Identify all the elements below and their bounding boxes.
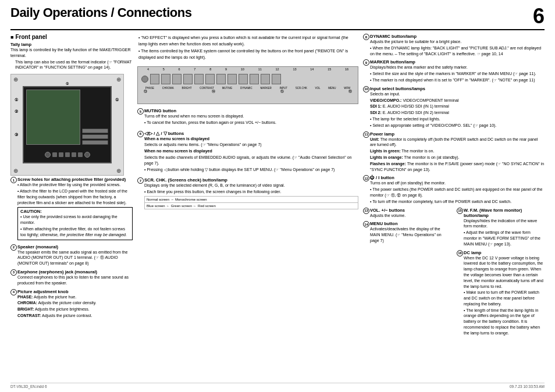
panel-btn-4 <box>183 74 193 84</box>
item-8-bullets: • When the DYNAMIC lamp lights: "BACK LI… <box>370 45 545 57</box>
item-2-number: 2 <box>10 244 17 251</box>
btn-b5 <box>78 152 83 157</box>
item-4-chroma: CHROMA: Adjusts the picture color densit… <box>17 300 133 306</box>
item-4-title: Picture adjustment knob <box>17 289 133 294</box>
item-6-selects-audio: Selects the audio channels of EMBEDDED A… <box>144 155 358 166</box>
item-5: 5 MUTING button Turns off the sound when… <box>137 108 358 126</box>
item-3-number: 3 <box>10 269 17 276</box>
info-note-2: • The items controlled by the MAKE syste… <box>138 48 357 60</box>
item-5-bullet: • To cancel the function, press the butt… <box>144 120 358 126</box>
legend-arrow-2: ← <box>166 204 170 208</box>
item-4: 4 Picture adjustment knob PHASE: Adjusts… <box>10 289 133 319</box>
tally-lamp-header: Tally lamp <box>10 42 133 47</box>
annot-1-right: ① <box>115 98 119 102</box>
crosshair-bl <box>12 167 19 174</box>
top-panel-illustration: 4 5 6 7 8 9 10 11 12 13 14 15 16 <box>137 66 358 104</box>
btn-b1 <box>52 152 57 157</box>
item-9-bullet-2: • The marker is not displayed when it is… <box>370 77 545 83</box>
item-9-title: MARKER button/lamp <box>370 59 545 65</box>
item-13-text: Adjusts the volume. <box>370 213 451 219</box>
item-16-number: 16 <box>457 250 463 256</box>
btn-b2 <box>59 152 63 157</box>
item-10-content: Input select buttons/lamps Selects an in… <box>370 86 545 129</box>
bottom-buttons <box>24 147 111 162</box>
item-11: 11 Power lamp Unit: The monitor is compl… <box>363 131 545 173</box>
item-6-text-when-menu: When a menu screen is displayed <box>144 136 358 142</box>
item-7-title: SCR. CHK. (Screens check) button/lamp <box>144 177 358 183</box>
front-panel-label: Front panel <box>15 34 47 40</box>
item-9-number: 9 <box>363 59 369 66</box>
panel-btn-9 <box>239 74 248 84</box>
item-16-text: When the DC 12 V power voltage is being … <box>464 255 545 290</box>
right-column: 8 DYNAMIC button/lamp Adjusts the pictur… <box>363 34 545 377</box>
page-header: Daily Operations / Connections 6 <box>10 6 545 30</box>
item-6-bullet: • Pressing ◁ button while holding ▽ butt… <box>144 167 358 173</box>
hw-btn-1 <box>82 129 108 133</box>
caution-title: CAUTION: <box>20 209 130 214</box>
item-10-number: 10 <box>363 86 369 92</box>
item-1: 1 Screw holes for attaching protective f… <box>10 177 133 241</box>
item-3-text: Connect earphones to this jack to listen… <box>17 275 133 286</box>
item-12-text: Turns on and off (on standby) the monito… <box>370 180 545 186</box>
crosshair-tr <box>115 76 122 83</box>
hw-btn-2 <box>82 134 108 139</box>
item-9-content: MARKER button/lamp Displays/hides the ar… <box>370 59 545 83</box>
caution-text-2: • When attaching the protective filter, … <box>20 226 130 238</box>
footer-model: DT-V9L3D_EN.indd 6 <box>10 384 47 389</box>
item-6-selects: Selects or adjusts menu items. (☞ "Menu … <box>144 142 358 148</box>
items-13-16-container: 13 VOL. +/− buttons Adjusts the volume. … <box>363 208 545 339</box>
item-12: 12 ⏻ / I button Turns on and off (on sta… <box>363 175 545 205</box>
item-12-bullet-2: • To turn off the monitor completely, tu… <box>370 199 545 205</box>
annot-1-top: ① <box>66 81 69 85</box>
item-12-number: 12 <box>363 175 369 181</box>
item-4-bright: BRIGHT: Adjusts the picture brightness. <box>17 307 133 312</box>
item-9-bullet-1: • Select the size and the style of the m… <box>370 71 545 77</box>
item-11-green: Lights in green: The monitor is on. <box>370 148 545 154</box>
item-7-number: 7 <box>137 177 144 184</box>
panel-number-labels: 4 5 6 7 8 9 10 11 12 13 14 15 16 <box>138 67 358 72</box>
item-16-title: DC lamp <box>464 250 545 255</box>
item-10-text: Selects an input. <box>370 91 545 97</box>
item-4-content: Picture adjustment knob PHASE: Adjusts t… <box>17 289 133 319</box>
legend-green: Green screen <box>171 204 192 208</box>
item-10: 10 Input select buttons/lamps Selects an… <box>363 86 545 129</box>
crosshair-tl <box>12 76 19 83</box>
item-8-content: DYNAMIC button/lamp Adjusts the picture … <box>370 34 545 57</box>
item-8-text: Adjusts the picture to be suitable for a… <box>370 39 545 45</box>
item-10-sdi2: SDI 2: E. AUDIO HD/SD SDI (IN 2) termina… <box>370 110 545 116</box>
panel-btn-8 <box>227 74 237 84</box>
item-11-flashes: Flashes in orange: The monitor is in the… <box>370 161 545 173</box>
panel-btn-7 <box>216 74 226 84</box>
item-7-bullet: • Each time you press this button, the s… <box>144 189 358 195</box>
page-footer: DT-V9L3D_EN.indd 6 09.7.23 10:33:53 AM <box>10 383 545 389</box>
item-11-orange: Lights in orange: The monitor is on (at … <box>370 155 545 161</box>
item-5-content: MUTING button Turns off the sound when n… <box>144 108 358 126</box>
item-2-title: Speaker (monaural) <box>17 244 133 250</box>
device-lcd-area <box>24 87 111 147</box>
item-11-content: Power lamp Unit: The monitor is complete… <box>370 131 545 173</box>
item-10-sdi1: SDI 1: E. AUDIO HD/SD SDI (IN 1) termina… <box>370 104 545 109</box>
item-14-content: MENU button Activates/deactivates the di… <box>370 221 451 244</box>
item-5-title: MUTING button <box>144 108 358 113</box>
item-8-title: DYNAMIC button/lamp <box>370 34 545 39</box>
item-2-content: Speaker (monaural) The speaker emits the… <box>17 244 133 267</box>
legend-normal: Normal screen <box>147 198 169 201</box>
item-10-video: VIDEO/COMPO.: VIDEO/COMPONENT terminal <box>370 98 545 104</box>
hw-btn-3 <box>82 140 108 145</box>
item-5-number: 5 <box>137 108 144 115</box>
footer-date: 09.7.23 10:33:53 AM <box>510 384 545 389</box>
item-15-text: Displays/hides the indication of the wav… <box>464 218 545 230</box>
item-3: 3 Earphone (earphones) jack (monaural) C… <box>10 269 133 287</box>
item-13-content: VOL. +/− buttons Adjusts the volume. <box>370 208 451 219</box>
item-13-title: VOL. +/− buttons <box>370 208 451 213</box>
annot-2: ② <box>15 109 18 114</box>
item-14: 14 MENU button Activates/deactivates the… <box>363 221 451 244</box>
item-6: 6 ◁/▷ / △ / ▽ buttons When a menu screen… <box>137 131 358 173</box>
panel-btn-11 <box>261 74 270 84</box>
device-outer: ① ① ② ③ ④ ① <box>10 74 124 176</box>
item-2: 2 Speaker (monaural) The speaker emits t… <box>10 244 133 267</box>
item-1-title: Screw holes for attaching protective fil… <box>17 177 133 182</box>
bottom-panel-numbers: ⑬ ⑭ ⑮ ⑯ <box>138 90 358 94</box>
item-13-number: 13 <box>363 208 369 214</box>
item-12-title: ⏻ / I button <box>370 175 545 180</box>
